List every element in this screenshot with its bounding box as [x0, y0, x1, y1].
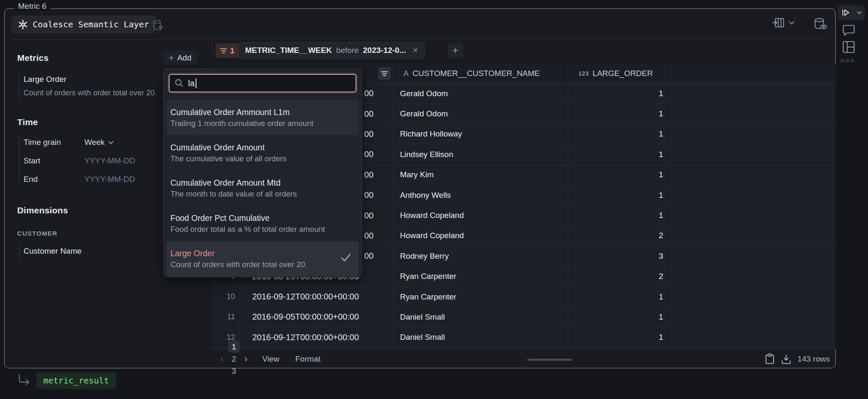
metric-search-input[interactable]: la — [169, 74, 356, 92]
metric-option-list: Cumulative Order Ammount L1mTrailing 1 m… — [164, 100, 361, 276]
metric-item-description: Count of orders with order total over 20… — [24, 89, 157, 97]
metric-option-food-order-pct-cumulative[interactable]: Food Order Pct CumulativeFood order tota… — [166, 206, 359, 241]
option-title: Cumulative Order Amount Mtd — [170, 178, 355, 188]
cell-large-order: 2 — [568, 226, 671, 246]
chevron-down-icon[interactable] — [788, 21, 795, 25]
cell-customer-name: Gerald Odom — [393, 84, 568, 104]
cell-large-order: 1 — [568, 307, 671, 327]
indent-guide — [19, 73, 20, 100]
filler-header — [671, 63, 836, 83]
option-description: Food order total as a % of total order a… — [170, 225, 355, 234]
metric-item-title[interactable]: Large Order — [24, 75, 66, 84]
result-variable-pill[interactable]: metric_result — [36, 372, 116, 389]
page-button-1[interactable]: 1 — [228, 341, 240, 353]
column-filter-button[interactable] — [378, 67, 391, 80]
cell-filler — [671, 104, 836, 124]
copy-table-icon[interactable] — [765, 353, 775, 365]
more-options-icon[interactable] — [841, 59, 854, 62]
header-divider — [10, 39, 830, 39]
cell-filler — [671, 246, 836, 266]
option-description: The cumulative value of all orders — [170, 154, 355, 163]
preview-data-icon[interactable] — [813, 17, 828, 31]
download-icon[interactable] — [781, 354, 792, 365]
run-options-chevron-icon[interactable] — [854, 11, 865, 14]
add-filter-button[interactable]: + — [448, 43, 463, 58]
next-page-button[interactable]: › — [241, 354, 250, 365]
cell-filler — [671, 287, 836, 307]
return-arrow-icon — [18, 374, 30, 386]
database-bolt-icon[interactable] — [151, 18, 165, 32]
add-metric-button[interactable]: + Add — [163, 50, 197, 65]
option-description: The month to date value of all orders — [170, 189, 355, 199]
option-title: Food Order Pct Cumulative — [170, 213, 355, 223]
row-index: 10 — [212, 287, 240, 307]
layout-icon[interactable] — [842, 41, 855, 53]
horizontal-scrollbar-thumb[interactable] — [527, 359, 572, 361]
output-table-icon[interactable] — [771, 16, 785, 29]
prev-page-button[interactable]: ‹ — [217, 354, 226, 365]
option-title: Cumulative Order Amount — [170, 143, 355, 152]
table-row: 112016-09-05T00:00:00+00:00Daniel Small1 — [212, 307, 836, 327]
metric-option-cumulative-order-amount[interactable]: Cumulative Order AmountThe cumulative va… — [166, 135, 359, 171]
cell-large-order: 1 — [568, 104, 671, 124]
cell-filler — [671, 328, 836, 348]
cell-customer-name: Daniel Small — [393, 307, 568, 327]
view-menu-button[interactable]: View — [262, 354, 280, 364]
cell-customer-name: Rodney Berry — [393, 246, 568, 266]
cell-customer-name: Richard Holloway — [393, 124, 568, 144]
cell-filler — [671, 226, 836, 246]
end-date-input[interactable]: YYYY-MM-DD — [84, 175, 135, 184]
cell-large-order: 1 — [568, 144, 671, 165]
search-icon — [175, 79, 184, 88]
remove-filter-icon[interactable]: × — [413, 45, 418, 56]
page-button-2[interactable]: 2 — [228, 353, 240, 365]
dimension-item[interactable]: Customer Name — [24, 247, 81, 256]
metric-option-large-order[interactable]: Large OrderCount of orders with order to… — [166, 241, 359, 276]
filter-count-badge[interactable]: 1 — [216, 43, 239, 58]
option-description: Trailing 1 month cumulative order amount — [170, 119, 355, 128]
run-cell-button[interactable] — [838, 9, 854, 16]
text-type-icon: A — [403, 69, 409, 78]
cell-title: Metric 6 — [14, 2, 50, 11]
cell-filler — [671, 124, 836, 144]
time-grain-select[interactable]: Week — [84, 138, 114, 147]
snowflake-icon — [18, 20, 28, 29]
comment-icon[interactable] — [842, 24, 855, 37]
start-date-input[interactable]: YYYY-MM-DD — [84, 156, 135, 165]
time-grain-label: Time grain — [24, 138, 61, 147]
filter-value: 2023-12-0... — [363, 46, 406, 55]
indent-guide — [19, 244, 20, 260]
option-title: Cumulative Order Ammount L1m — [170, 108, 355, 117]
number-type-icon: 123 — [578, 70, 589, 77]
cell-large-order: 1 — [568, 287, 671, 307]
metric-option-cumulative-order-ammount-l1m[interactable]: Cumulative Order Ammount L1mTrailing 1 m… — [166, 100, 359, 135]
run-cell-group — [838, 5, 865, 20]
cell-customer-name: Daniel Small — [393, 328, 568, 348]
format-menu-button[interactable]: Format — [295, 354, 321, 364]
pagination: ‹ 123 › View Format — [217, 341, 321, 377]
filter-field: METRIC_TIME__WEEK — [245, 46, 332, 55]
cell-filler — [671, 144, 836, 165]
page-button-3[interactable]: 3 — [228, 365, 240, 377]
metrics-heading: Metrics — [17, 53, 49, 63]
column-header-customer-name[interactable]: A CUSTOMER__CUSTOMER_NAME — [393, 63, 568, 83]
cell-customer-name: Ryan Carpenter — [393, 267, 568, 287]
indent-guide — [19, 136, 20, 183]
filter-pill[interactable]: METRIC_TIME__WEEK before 2023-12-0... × — [238, 42, 425, 59]
filter-icon — [220, 48, 227, 54]
cell-customer-name: Howard Copeland — [393, 226, 568, 246]
cell-customer-name: Gerald Odom — [393, 104, 568, 124]
metric-option-cumulative-order-amount-mtd[interactable]: Cumulative Order Amount MtdThe month to … — [166, 171, 359, 206]
cell-filler — [671, 307, 836, 327]
cell-filler — [671, 84, 836, 104]
cell-customer-name: Lindsey Ellison — [393, 144, 568, 165]
cell-metric-time-week: 2016-09-12T00:00:00+00:00 — [240, 287, 393, 307]
cell-large-order: 1 — [568, 165, 671, 185]
cell-large-order: 1 — [568, 185, 671, 205]
start-label: Start — [24, 156, 40, 165]
cell-large-order: 1 — [568, 328, 671, 348]
check-icon — [340, 253, 351, 262]
semantic-layer-source-button[interactable]: Coalesce Semantic Layer — [11, 16, 156, 33]
column-header-large-order[interactable]: 123 LARGE_ORDER — [568, 63, 671, 83]
cell-large-order: 1 — [568, 205, 671, 226]
